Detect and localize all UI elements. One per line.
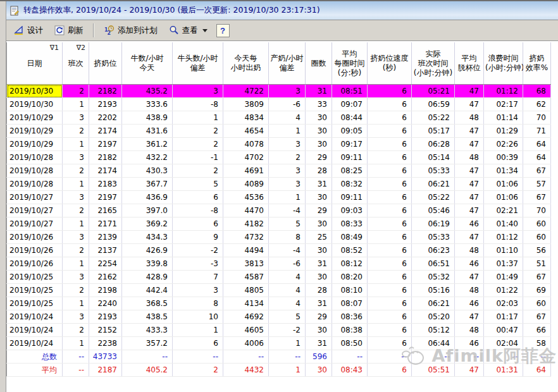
cell-actual-shift-time[interactable]: 05:22: [412, 191, 455, 204]
cell-avg-detach-stall[interactable]: 48: [455, 151, 484, 164]
cell-actual-shift-time[interactable]: 05:12: [412, 324, 455, 337]
cell-date[interactable]: 2019/10/29: [7, 111, 63, 125]
cell-milk-per-hour-today[interactable]: 4494: [223, 244, 269, 257]
cell-milking-stalls[interactable]: 2198: [89, 284, 122, 297]
cell-shift[interactable]: 1: [63, 217, 89, 231]
cell-rounds[interactable]: 30: [306, 138, 332, 151]
cell-actual-shift-time[interactable]: 05:33: [412, 231, 455, 244]
cell-date[interactable]: 2019/10/27: [7, 204, 63, 217]
cell-avg-detach-stall[interactable]: 48: [455, 284, 484, 297]
cell-shift[interactable]: 3: [63, 111, 89, 125]
cell-cows-per-hour-deviation[interactable]: 2: [173, 138, 223, 151]
help-button[interactable]: ?: [216, 24, 230, 37]
cell-cows-per-hour-today[interactable]: 361.2: [122, 138, 173, 151]
cell-avg-round-time[interactable]: 08:44: [332, 111, 368, 125]
cell-milking-efficiency[interactable]: 60: [523, 297, 551, 310]
cell-avg-round-time[interactable]: 08:52: [332, 244, 368, 257]
cell-cows-per-hour-today[interactable]: 438.5: [122, 310, 173, 324]
cell-actual-shift-time[interactable]: 05:17: [412, 125, 455, 138]
cell-milk-per-hour-deviation[interactable]: -6: [269, 257, 306, 271]
cell-milk-per-hour-today[interactable]: 4702: [223, 151, 269, 164]
cell-milk-per-hour-today[interactable]: 4732: [223, 231, 269, 244]
cell-milking-stalls[interactable]: 2162: [89, 271, 122, 284]
cell-wasted-time[interactable]: 01:06: [484, 178, 523, 191]
cell-shift[interactable]: 1: [63, 297, 89, 310]
cell-avg-detach-stall[interactable]: 46: [455, 217, 484, 231]
cell-shift[interactable]: 3: [63, 231, 89, 244]
cell-avg-detach-stall[interactable]: 47: [455, 125, 484, 138]
cell-stall-speed[interactable]: 6: [368, 164, 412, 178]
column-header-rounds[interactable]: 圈数: [306, 42, 332, 85]
cell-wasted-time[interactable]: 01:17: [484, 310, 523, 324]
cell-milking-efficiency[interactable]: 57: [523, 178, 551, 191]
cell-wasted-time[interactable]: 01:14: [484, 111, 523, 125]
cell-milking-stalls[interactable]: 2193: [89, 98, 122, 111]
cell-avg-detach-stall[interactable]: 47: [455, 178, 484, 191]
cell-wasted-time[interactable]: 02:03: [484, 297, 523, 310]
cell-date[interactable]: 2019/10/25: [7, 297, 63, 310]
cell-cows-per-hour-today[interactable]: 333.6: [122, 98, 173, 111]
cell-stall-speed[interactable]: 6: [368, 111, 412, 125]
cell-milking-efficiency[interactable]: 70: [523, 111, 551, 125]
cell-milking-efficiency[interactable]: 66: [523, 324, 551, 337]
cell-milking-efficiency[interactable]: 51: [523, 257, 551, 271]
cell-cows-per-hour-today[interactable]: 442.4: [122, 284, 173, 297]
cell-avg-detach-stall[interactable]: 47: [455, 310, 484, 324]
cell-stall-speed[interactable]: 6: [368, 178, 412, 191]
cell-cows-per-hour-deviation[interactable]: -1: [173, 151, 223, 164]
cell-shift[interactable]: 2: [63, 204, 89, 217]
cell-avg-round-time[interactable]: 08:32: [332, 178, 368, 191]
cell-avg-round-time[interactable]: 08:12: [332, 257, 368, 271]
cell-rounds[interactable]: 25: [306, 231, 332, 244]
cell-milking-efficiency[interactable]: 71: [523, 125, 551, 138]
cell-avg-round-time[interactable]: 08:38: [332, 324, 368, 337]
cell-date[interactable]: 2019/10/25: [7, 271, 63, 284]
cell-rounds[interactable]: 30: [306, 324, 332, 337]
column-header-actual-shift-time[interactable]: 实际班次时间(小时:分钟): [412, 42, 455, 85]
cell-wasted-time[interactable]: 01:34: [484, 164, 523, 178]
cell-shift[interactable]: 1: [63, 98, 89, 111]
cell-shift[interactable]: 1: [63, 337, 89, 350]
cell-milk-per-hour-today[interactable]: 4536: [223, 191, 269, 204]
cell-shift[interactable]: 2: [63, 324, 89, 337]
column-header-milk-per-hour-today[interactable]: 今天每小时出奶: [223, 42, 269, 85]
cell-date[interactable]: 2019/10/30: [7, 85, 63, 98]
cell-cows-per-hour-deviation[interactable]: -2: [173, 244, 223, 257]
cell-shift[interactable]: 2: [63, 164, 89, 178]
cell-rounds[interactable]: 30: [306, 111, 332, 125]
cell-stall-speed[interactable]: 6: [368, 284, 412, 297]
cell-milk-per-hour-today[interactable]: 4692: [223, 310, 269, 324]
cell-avg-round-time[interactable]: 08:36: [332, 310, 368, 324]
cell-avg-detach-stall[interactable]: 47: [455, 204, 484, 217]
cell-avg-round-time[interactable]: 09:17: [332, 138, 368, 151]
cell-milking-stalls[interactable]: 2183: [89, 178, 122, 191]
cell-stall-speed[interactable]: 6: [368, 324, 412, 337]
cell-milk-per-hour-deviation[interactable]: 3: [269, 164, 306, 178]
cell-date[interactable]: 2019/10/29: [7, 125, 63, 138]
cell-stall-speed[interactable]: 6: [368, 337, 412, 350]
cell-cows-per-hour-deviation[interactable]: 6: [173, 337, 223, 350]
cell-cows-per-hour-deviation[interactable]: -3: [173, 257, 223, 271]
cell-wasted-time[interactable]: 01:29: [484, 125, 523, 138]
cell-rounds[interactable]: 33: [306, 98, 332, 111]
cell-rounds[interactable]: 31: [306, 297, 332, 310]
cell-stall-speed[interactable]: 6: [368, 271, 412, 284]
cell-milking-efficiency[interactable]: 64: [523, 138, 551, 151]
cell-wasted-time[interactable]: 02:21: [484, 204, 523, 217]
cell-avg-detach-stall[interactable]: 48: [455, 244, 484, 257]
cell-milking-stalls[interactable]: 2182: [89, 151, 122, 164]
cell-date[interactable]: 2019/10/28: [7, 164, 63, 178]
cell-actual-shift-time[interactable]: 05:14: [412, 151, 455, 164]
cell-actual-shift-time[interactable]: 06:59: [412, 98, 455, 111]
cell-milk-per-hour-today[interactable]: 4722: [223, 85, 269, 98]
cell-milking-efficiency[interactable]: 68: [523, 85, 551, 98]
cell-milking-efficiency[interactable]: 67: [523, 310, 551, 324]
cell-date[interactable]: 2019/10/29: [7, 138, 63, 151]
cell-date[interactable]: 2019/10/28: [7, 178, 63, 191]
cell-actual-shift-time[interactable]: 05:22: [412, 111, 455, 125]
cell-rounds[interactable]: 30: [306, 191, 332, 204]
cell-cows-per-hour-deviation[interactable]: 2: [173, 125, 223, 138]
cell-rounds[interactable]: 31: [306, 178, 332, 191]
cell-milk-per-hour-deviation[interactable]: -4: [269, 204, 306, 217]
cell-milk-per-hour-deviation[interactable]: 2: [269, 151, 306, 164]
